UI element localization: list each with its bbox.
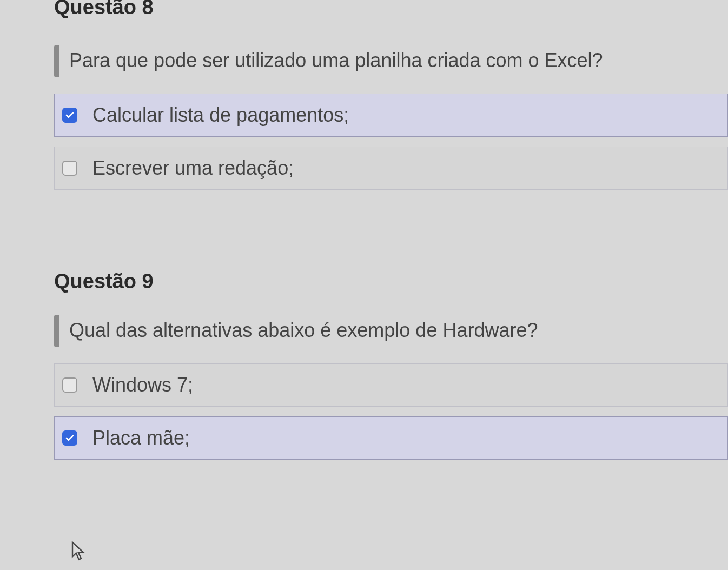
question-9-prompt: Qual das alternativas abaixo é exemplo d… bbox=[69, 315, 538, 347]
question-accent-bar bbox=[54, 315, 59, 347]
question-8-prompt: Para que pode ser utilizado uma planilha… bbox=[69, 45, 603, 77]
question-accent-bar bbox=[54, 45, 59, 77]
checkbox-checked-icon[interactable] bbox=[62, 430, 77, 446]
question-9-prompt-row: Qual das alternativas abaixo é exemplo d… bbox=[54, 315, 728, 347]
checkbox-unchecked-icon[interactable] bbox=[62, 161, 77, 176]
question-8-prompt-row: Para que pode ser utilizado uma planilha… bbox=[54, 45, 728, 77]
mouse-cursor-icon bbox=[70, 541, 88, 565]
option-label: Escrever uma redação; bbox=[92, 157, 294, 180]
option-label: Placa mãe; bbox=[92, 427, 190, 449]
checkbox-unchecked-icon[interactable] bbox=[62, 377, 77, 393]
option-label: Windows 7; bbox=[92, 374, 193, 396]
question-8-title: Questão 8 bbox=[54, 0, 728, 19]
option-label: Calcular lista de pagamentos; bbox=[92, 104, 349, 127]
question-9-option-2[interactable]: Placa mãe; bbox=[54, 416, 728, 460]
question-9-option-1[interactable]: Windows 7; bbox=[54, 363, 728, 407]
question-9-title: Questão 9 bbox=[54, 270, 728, 293]
checkbox-checked-icon[interactable] bbox=[62, 108, 77, 123]
question-8-option-2[interactable]: Escrever uma redação; bbox=[54, 147, 728, 190]
question-8-option-1[interactable]: Calcular lista de pagamentos; bbox=[54, 94, 728, 137]
